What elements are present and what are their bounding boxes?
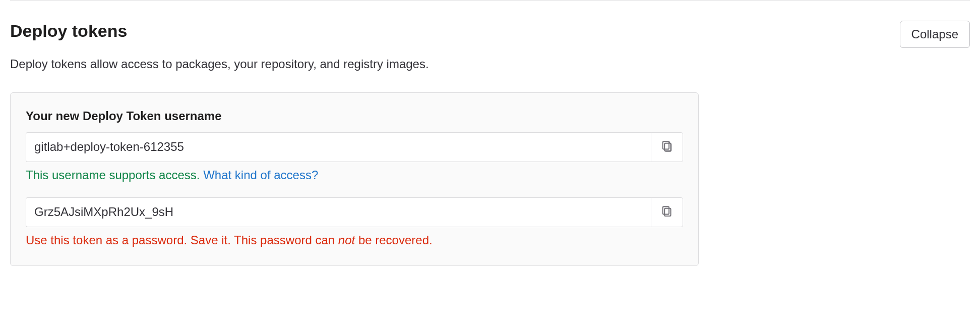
token-username-label: Your new Deploy Token username	[26, 109, 683, 123]
section-description: Deploy tokens allow access to packages, …	[10, 57, 970, 71]
deploy-token-password-input[interactable]	[26, 197, 651, 227]
token-helper-pre: Use this token as a password. Save it. T…	[26, 233, 338, 247]
what-kind-of-access-link[interactable]: What kind of access?	[203, 168, 318, 182]
username-input-group	[26, 132, 683, 162]
token-helper-text: Use this token as a password. Save it. T…	[26, 233, 683, 247]
clipboard-icon	[661, 206, 672, 219]
copy-username-button[interactable]	[651, 132, 683, 162]
clipboard-icon	[661, 141, 672, 153]
svg-rect-4	[664, 208, 670, 216]
section-header: Deploy tokens Collapse	[10, 21, 970, 48]
token-helper-post: be recovered.	[355, 233, 432, 247]
svg-rect-2	[664, 143, 670, 151]
deploy-token-username-input[interactable]	[26, 132, 651, 162]
section-title: Deploy tokens	[10, 21, 127, 41]
token-input-group	[26, 197, 683, 227]
username-helper-text: This username supports access. What kind…	[26, 168, 683, 182]
copy-token-button[interactable]	[651, 197, 683, 227]
username-helper-message: This username supports access.	[26, 168, 200, 182]
collapse-button[interactable]: Collapse	[900, 21, 970, 48]
section-divider	[10, 0, 970, 1]
token-helper-em: not	[338, 233, 355, 247]
new-deploy-token-card: Your new Deploy Token username This us	[10, 92, 699, 266]
